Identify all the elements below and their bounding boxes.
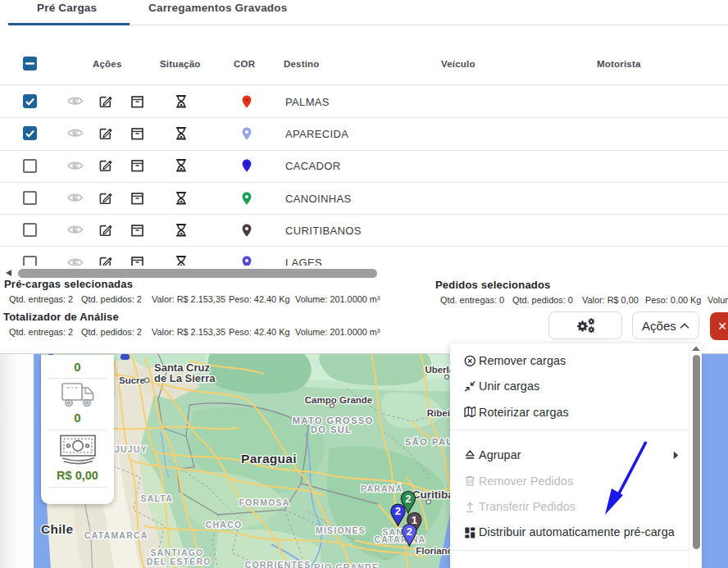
svg-text:2: 2 — [395, 505, 401, 517]
svg-text:PARANÁ: PARANÁ — [361, 484, 403, 493]
svg-text:Paraguai: Paraguai — [241, 452, 297, 466]
svg-text:JUJUY: JUJUY — [115, 444, 148, 454]
svg-text:SANTIAGO: SANTIAGO — [150, 548, 203, 557]
svg-text:CATAMARCA: CATAMARCA — [84, 530, 148, 540]
svg-text:2: 2 — [405, 493, 411, 505]
svg-text:DEL ESTERO: DEL ESTERO — [147, 557, 212, 566]
svg-text:DO SUL: DO SUL — [311, 425, 353, 434]
svg-text:de La Sierra: de La Sierra — [154, 372, 216, 384]
svg-text:Curitiba: Curitiba — [412, 488, 454, 501]
svg-text:CATARINA: CATARINA — [375, 534, 426, 544]
svg-text:2: 2 — [407, 525, 412, 538]
svg-text:SALTA: SALTA — [141, 493, 173, 503]
svg-text:FORMOSA: FORMOSA — [239, 498, 290, 507]
svg-text:Campo Grande: Campo Grande — [305, 395, 372, 405]
svg-text:CHACO: CHACO — [206, 520, 242, 529]
svg-text:Chile: Chile — [41, 522, 73, 536]
svg-text:RIO GRANDE: RIO GRANDE — [314, 562, 379, 568]
svg-text:MISIONES: MISIONES — [316, 525, 366, 535]
svg-text:CORRIENTES: CORRIENTES — [245, 560, 312, 568]
svg-text:Sucre: Sucre — [119, 375, 145, 385]
